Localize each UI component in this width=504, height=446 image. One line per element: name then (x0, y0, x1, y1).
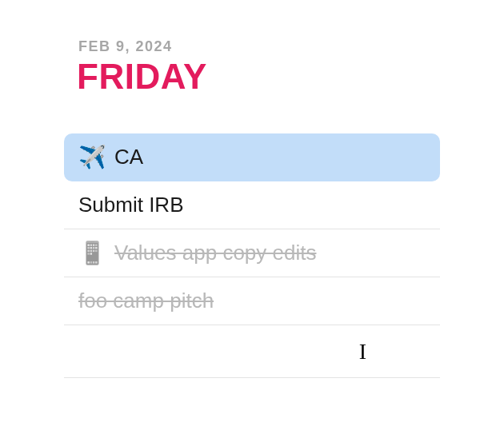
task-row-empty[interactable]: I (64, 325, 440, 378)
task-row[interactable]: ✈️ CA (64, 133, 440, 181)
task-text[interactable]: Submit IRB (78, 193, 426, 217)
task-row[interactable]: foo camp pitch (64, 277, 440, 325)
task-text[interactable]: CA (114, 145, 426, 169)
phone-icon: 📱 (78, 242, 106, 265)
task-list: ✈️ CA Submit IRB 📱 Values app copy edits… (64, 133, 440, 378)
day-name-heading: FRIDAY (77, 57, 472, 97)
task-row[interactable]: Submit IRB (64, 181, 440, 229)
date-label: FEB 9, 2024 (78, 38, 472, 55)
text-cursor-icon: I (359, 339, 366, 364)
task-row[interactable]: 📱 Values app copy edits (64, 229, 440, 277)
task-text[interactable]: foo camp pitch (78, 289, 426, 313)
airplane-icon: ✈️ (78, 146, 106, 169)
task-text[interactable]: Values app copy edits (114, 241, 426, 265)
